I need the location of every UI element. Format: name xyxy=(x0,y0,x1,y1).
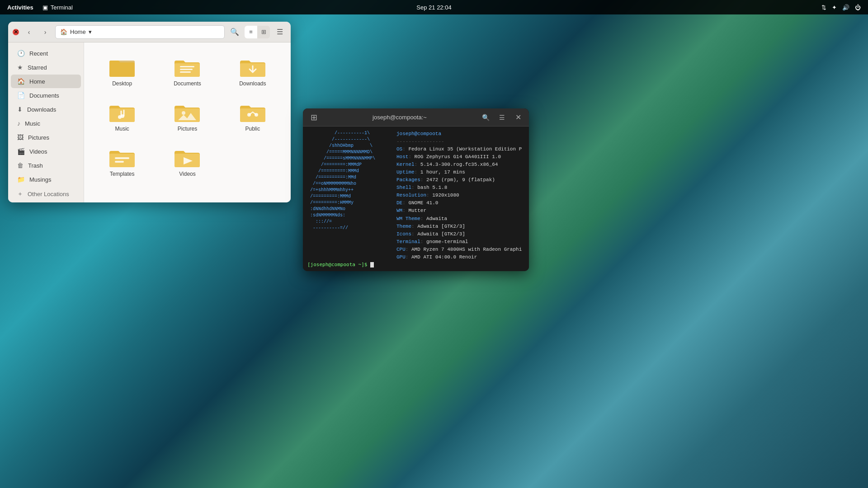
home-icon: 🏠 xyxy=(60,28,67,35)
sidebar-label-pictures: Pictures xyxy=(28,134,49,141)
term-val-de: GNOME 41.0 xyxy=(408,200,438,206)
file-name-videos: Videos xyxy=(179,171,195,177)
file-manager-location-bar[interactable]: 🏠 Home ▾ xyxy=(55,25,225,39)
term-val-icons: Adwaita [GTK2/3] xyxy=(417,231,465,237)
term-key-uptime: Uptime xyxy=(396,169,415,175)
file-name-pictures: Pictures xyxy=(178,126,197,132)
term-val-wm: Mutter xyxy=(408,208,426,213)
sound-icon: 🔊 xyxy=(842,4,849,11)
term-key-gpu: GPU xyxy=(396,254,406,260)
file-manager-close-button[interactable]: ✕ xyxy=(13,29,19,35)
terminal-window: ⊞ joseph@compoota:~ 🔍 ☰ ✕ /----------1\ … xyxy=(303,108,529,271)
term-val-os: Fedora Linux 35 (Workstation Edition P xyxy=(408,146,522,152)
file-name-documents: Documents xyxy=(174,80,201,87)
svg-rect-6 xyxy=(180,71,191,73)
file-manager-grid-view-button[interactable]: ⊞ xyxy=(257,26,270,38)
file-manager-titlebar: ✕ ‹ › 🏠 Home ▾ 🔍 ≡ ⊞ ☰ xyxy=(8,22,291,42)
terminal-prompt-text: [joseph@compoota ~]$ xyxy=(307,262,370,267)
term-val-shell: bash 5.1.8 xyxy=(417,185,447,190)
svg-point-12 xyxy=(182,111,185,115)
file-name-templates: Templates xyxy=(110,171,135,177)
term-key-wm: WM xyxy=(396,208,402,213)
sidebar-label-other-locations: Other Locations xyxy=(28,191,69,197)
svg-rect-16 xyxy=(109,154,135,167)
sidebar-item-recent[interactable]: 🕐 Recent xyxy=(11,47,81,60)
terminal-taskbar-label: Terminal xyxy=(51,4,73,11)
term-key-theme: Theme xyxy=(396,224,411,229)
file-item-desktop[interactable]: Desktop xyxy=(91,50,153,91)
terminal-taskbar-icon: ▣ xyxy=(42,4,48,11)
file-item-public[interactable]: Public xyxy=(222,95,283,136)
sidebar-label-starred: Starred xyxy=(28,64,47,71)
location-label: Home xyxy=(70,28,86,35)
sidebar-label-recent: Recent xyxy=(29,50,48,57)
file-item-documents[interactable]: Documents xyxy=(156,50,218,91)
term-key-resolution: Resolution xyxy=(396,192,426,198)
file-grid: Desktop Documents xyxy=(91,50,283,182)
location-dropdown-icon: ▾ xyxy=(89,28,92,35)
file-item-videos[interactable]: Videos xyxy=(156,140,218,182)
svg-rect-5 xyxy=(180,69,193,70)
power-icon: ⏻ xyxy=(855,4,861,11)
file-manager-sidebar: 🕐 Recent ★ Starred 🏠 Home 📄 Documents ⬇ … xyxy=(8,42,84,202)
terminal-title: joseph@compoota:~ xyxy=(324,114,476,121)
term-val-host: ROG Zephyrus G14 GA401III 1.0 xyxy=(415,154,501,160)
term-user-host: joseph@compoota xyxy=(396,131,441,136)
sidebar-item-documents[interactable]: 📄 Documents xyxy=(11,89,81,102)
activities-button[interactable]: Activities xyxy=(7,4,33,11)
file-manager-list-view-button[interactable]: ≡ xyxy=(245,26,257,38)
terminal-search-button[interactable]: 🔍 xyxy=(479,111,492,124)
topbar: Activities ▣ Terminal Sep 21 22:04 ⇅ ✦ 🔊… xyxy=(0,0,868,14)
music-icon: ♪ xyxy=(17,120,20,127)
documents-icon: 📄 xyxy=(17,92,25,99)
terminal-close-button[interactable]: ✕ xyxy=(512,111,524,124)
sidebar-add-bookmark[interactable]: ＋ Other Locations xyxy=(11,187,81,201)
file-item-pictures[interactable]: Pictures xyxy=(156,95,218,136)
term-key-cpu: CPU xyxy=(396,247,406,252)
file-item-templates[interactable]: Templates xyxy=(91,140,153,182)
neofetch-art: /----------1\ /------------\ /shhOHbmp \… xyxy=(307,130,391,256)
terminal-info: joseph@compoota ---------------- OS: Fed… xyxy=(396,130,526,256)
sidebar-item-starred[interactable]: ★ Starred xyxy=(11,61,81,74)
starred-icon: ★ xyxy=(17,64,23,71)
term-key-kernel: Kernel xyxy=(396,162,415,167)
svg-rect-13 xyxy=(240,108,265,122)
file-item-downloads[interactable]: Downloads xyxy=(222,50,283,91)
sidebar-label-videos: Videos xyxy=(29,148,47,155)
terminal-menu-button[interactable]: ☰ xyxy=(495,111,508,124)
downloads-icon: ⬇ xyxy=(17,106,23,113)
file-manager-forward-button[interactable]: › xyxy=(39,26,52,38)
term-val-terminal: gnome-terminal xyxy=(426,239,468,244)
topbar-datetime: Sep 21 22:04 xyxy=(416,4,451,11)
svg-rect-18 xyxy=(115,161,124,163)
sidebar-item-downloads[interactable]: ⬇ Downloads xyxy=(11,103,81,116)
sidebar-item-trash[interactable]: 🗑 Trash xyxy=(11,159,81,172)
recent-icon: 🕐 xyxy=(17,50,25,57)
sidebar-item-videos[interactable]: 🎬 Videos xyxy=(11,145,81,158)
terminal-taskbar-item[interactable]: ▣ Terminal xyxy=(42,4,73,11)
sidebar-label-documents: Documents xyxy=(29,92,59,99)
term-val-resolution: 868x488 xyxy=(432,192,459,198)
sidebar-item-pictures[interactable]: 🖼 Pictures xyxy=(11,131,81,144)
file-manager-back-button[interactable]: ‹ xyxy=(23,26,35,38)
sidebar-item-musings[interactable]: 📁 Musings xyxy=(11,173,81,186)
videos-icon: 🎬 xyxy=(17,148,25,155)
file-manager-body: 🕐 Recent ★ Starred 🏠 Home 📄 Documents ⬇ … xyxy=(8,42,291,202)
term-val-uptime: 1 hour, 17 mins xyxy=(420,169,465,175)
file-manager-menu-button[interactable]: ☰ xyxy=(274,26,286,38)
sidebar-item-home[interactable]: 🏠 Home xyxy=(11,75,81,88)
term-val-theme: Adwaita [GTK2/3] xyxy=(417,224,465,229)
file-name-music: Music xyxy=(115,126,129,132)
file-item-music[interactable]: Music xyxy=(91,95,153,136)
terminal-new-tab-button[interactable]: ⊞ xyxy=(307,111,320,124)
term-val-cpu: AMD Ryzen 7 4800HS with Radeon Graphi xyxy=(411,247,522,252)
file-manager-search-button[interactable]: 🔍 xyxy=(228,26,241,38)
terminal-prompt-line[interactable]: [joseph@compoota ~]$ xyxy=(303,260,529,271)
pictures-icon: 🖼 xyxy=(17,134,24,141)
terminal-body[interactable]: /----------1\ /------------\ /shhOHbmp \… xyxy=(303,127,529,260)
sidebar-item-music[interactable]: ♪ Music xyxy=(11,117,81,130)
musings-icon: 📁 xyxy=(17,176,25,183)
file-manager-content: Desktop Documents xyxy=(84,42,291,202)
sidebar-label-music: Music xyxy=(25,120,40,127)
terminal-cursor xyxy=(370,262,374,267)
